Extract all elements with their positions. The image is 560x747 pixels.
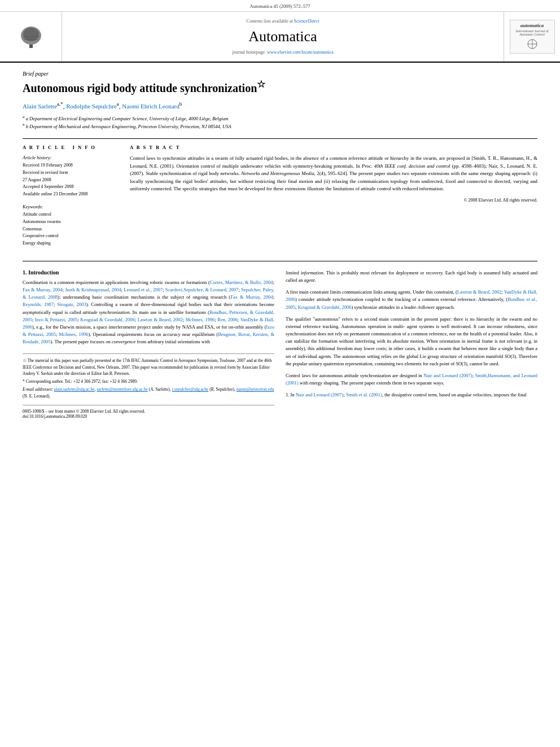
elsevier-logo-area: ELSEVIER (0, 12, 62, 62)
ref-leonard2007[interactable]: Leonard et al., 2007 (124, 287, 163, 292)
received-date: Received 19 February 2008 (23, 162, 119, 169)
journal-header: ELSEVIER Contents lists available at Sci… (0, 12, 560, 63)
keyword-5: Energy shaping (23, 240, 119, 247)
ref-reynolds[interactable]: Reynolds, 1987 (23, 302, 54, 307)
journal-homepage: journal homepage: www.elsevier.com/locat… (232, 50, 333, 55)
ref-krogstad-r[interactable]: Krogstad & Gravdahl, 2006 (298, 304, 352, 310)
keyword-4: Cooperative control (23, 233, 119, 240)
ref-lawton-r[interactable]: Lawton & Beard, 2002 (457, 289, 502, 295)
intro-para-1: Coordination is a common requirement in … (23, 279, 274, 346)
journal-title: Automatica (248, 28, 317, 45)
footnote-area: ☆ The material in this paper was partial… (23, 353, 274, 399)
main-body: 1. Introduction Coordination is a common… (23, 269, 537, 419)
ref-izzo[interactable]: Izzo & Pettazzi, 2005 (35, 317, 77, 322)
issn-line: 0005-1098/$ – see front matter © 2008 El… (23, 409, 274, 414)
ref-cortes[interactable]: Cortes, Martinez, & Bullo, 2004 (210, 279, 273, 285)
keyword-2: Autonomous swarms (23, 219, 119, 226)
ref-fax2004b[interactable]: Fax & Murray, 2004 (230, 294, 273, 300)
history-label: Article history: (23, 155, 119, 160)
accepted-date: Accepted 4 September 2008 (23, 184, 119, 191)
automatica-logo-box: automatica International Journal ofAutom… (510, 20, 555, 54)
article-type: Brief paper (23, 71, 537, 77)
top-bar: Automatica 45 (2009) 572–577 (0, 0, 560, 12)
divider-top (23, 138, 537, 139)
keyword-3: Consensus (23, 226, 119, 233)
right-para-5: 1. In Nair and Leonard (2007); Smith et … (286, 391, 537, 399)
ref-mcinnes[interactable]: McInnes, 1996 (186, 317, 215, 322)
ref-fax2004[interactable]: Fax & Murray, 2004 (23, 287, 62, 292)
main-content: Brief paper Autonomous rigid body attitu… (0, 63, 560, 430)
science-direct-line: Contents lists available at ScienceDirec… (247, 19, 320, 24)
right-para-2: A first main constraint limits communica… (286, 289, 537, 311)
affiliations: a a Department of Electrical Engineering… (23, 114, 537, 130)
ref-krogstad[interactable]: Krogstad & Gravdahl, 2006 (80, 317, 134, 322)
email-sepulchre[interactable]: r.sepulchre@ulg.ache (172, 387, 209, 392)
email-sarlette2[interactable]: sarlette@montefiore.ulg.ac.be (97, 387, 147, 392)
abstract-label: A B S T R A C T (130, 145, 537, 150)
article-title: Autonomous rigid body attitude synchroni… (23, 79, 537, 95)
affiliation-a: a a Department of Electrical Engineering… (23, 114, 537, 123)
divider-bottom (23, 261, 537, 261)
author-sarlette: Alain Sarlette (23, 102, 57, 109)
ref-nair[interactable]: Nair and Leonard (2007) (423, 373, 472, 378)
right-para-1: limited information. This is probably mo… (286, 269, 537, 284)
journal-citation: Automatica 45 (2009) 572–577 (250, 3, 310, 9)
ref-ren[interactable]: Ren, 2006 (217, 317, 237, 322)
authors-line: Alain Sarlettea,*, Rodolphe Sepulchrea, … (23, 101, 537, 111)
journal-homepage-link[interactable]: www.elsevier.com/locate/automatica (267, 50, 334, 55)
ref-strogatz[interactable]: Strogatz, 2003 (57, 302, 86, 307)
ref-mcinnes2[interactable]: McInnes, 1996 (59, 331, 88, 337)
email-sarlette[interactable]: alain.sarlette@ulg.ac.be (54, 387, 95, 392)
history-block: Article history: Received 19 February 20… (23, 155, 119, 198)
email-leonard[interactable]: naomi@princeton.edu (237, 387, 274, 392)
article-info-label: A R T I C L E I N F O (23, 145, 119, 150)
ref-smith2[interactable]: Smith et al. (2001) (346, 392, 382, 397)
page: Automatica 45 (2009) 572–577 ELSEVIER (0, 0, 560, 747)
elsevier-logo: ELSEVIER (17, 25, 45, 48)
right-para-4: Control laws for autonomous attitude syn… (286, 372, 537, 387)
author-sepulchre: Rodolphe Sepulchre (66, 102, 117, 109)
abstract-text: Control laws to synchronize attitudes in… (130, 155, 537, 193)
doi-line: doi:10.1016/j.automatica.2008.09.020 (23, 414, 274, 419)
right-column: limited information. This is probably mo… (286, 269, 537, 419)
ref-smith-hanssmann[interactable]: Smith,Hanssmann, and Leonard (2001) (286, 373, 537, 386)
ref-scardovi[interactable]: Scardovi,Sepulchre, & Leonard, 2007 (165, 287, 239, 292)
sciencedirect-link[interactable]: ScienceDirect (294, 19, 320, 24)
info-abstract-section: A R T I C L E I N F O Article history: R… (23, 145, 537, 253)
automatica-logo-area: automatica International Journal ofAutom… (504, 12, 560, 62)
abstract-panel: A B S T R A C T Control laws to synchron… (130, 145, 537, 253)
right-para-3: The qualifier "autonomous" refers to a s… (286, 316, 537, 368)
received-revised-date: 27 August 2008 (23, 177, 119, 184)
footnote-3: E-mail addresses: alain.sarlette@ulg.ac.… (23, 386, 274, 399)
keywords-block: Keywords: Attitude control Autonomous sw… (23, 204, 119, 247)
affiliation-b: b b Department of Mechanical and Aerospa… (23, 122, 537, 130)
left-column: 1. Introduction Coordination is a common… (23, 269, 274, 419)
keyword-1: Attitude control (23, 211, 119, 219)
footnote-1: ☆ The material in this paper was partial… (23, 357, 274, 377)
journal-center: Contents lists available at ScienceDirec… (62, 12, 504, 62)
svg-point-2 (23, 28, 39, 41)
copyright-text: © 2008 Elsevier Ltd. All rights reserved… (130, 198, 537, 203)
received-revised-label: Received in revised form (23, 169, 119, 177)
intro-heading: 1. Introduction (23, 269, 274, 276)
article-info-panel: A R T I C L E I N F O Article history: R… (23, 145, 119, 253)
ref-justh[interactable]: Justh & Krishnaprasad, 2004 (65, 287, 121, 292)
title-asterisk: ☆ (257, 79, 265, 90)
bottom-bar: 0005-1098/$ – see front matter © 2008 El… (23, 405, 274, 419)
elsevier-tree-icon: ELSEVIER (17, 25, 45, 48)
available-date: Available online 23 December 2008 (23, 191, 119, 198)
ref-nair2[interactable]: Nair and Leonard (2007) (296, 392, 344, 397)
author-leonard: Naomi Ehrich Leonard (122, 102, 179, 109)
ref-lawton[interactable]: Lawton & Beard, 2002 (138, 317, 183, 322)
keywords-label: Keywords: (23, 204, 119, 209)
footnote-2: * Corresponding author. Tel.: +32 4 366 … (23, 378, 274, 385)
